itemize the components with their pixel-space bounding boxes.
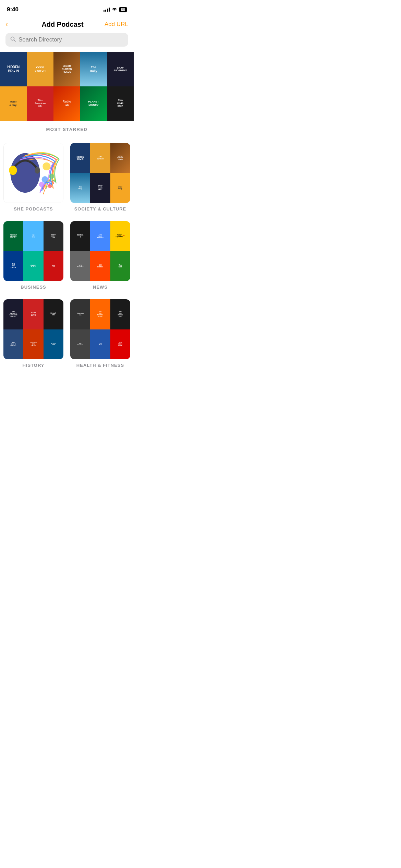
svg-line-1: [14, 40, 16, 42]
battery-indicator: 88: [119, 7, 127, 12]
category-society-culture[interactable]: HIDDENBR▲IN CODESWITCH LEVARBURTONREADS …: [67, 139, 134, 217]
society-culture-label: SOCIETY & CULTURE: [70, 206, 130, 214]
svg-point-4: [42, 162, 50, 170]
svg-point-8: [39, 182, 44, 187]
history-image: DANCARLIN'SHARDCOREHISTORY YOU'REWRONGAB…: [3, 299, 63, 359]
svg-point-10: [35, 167, 40, 173]
banner-cell-99invisible[interactable]: 99%INVISIBLE: [107, 86, 134, 121]
search-bar[interactable]: [5, 33, 128, 47]
banner-cell-snap[interactable]: SNAPJUDGMENT: [107, 52, 134, 86]
nav-header: ‹ Add Podcast Add URL: [0, 17, 134, 33]
svg-point-9: [9, 166, 17, 175]
banner-cell-radiolab[interactable]: Radiolab: [53, 86, 80, 121]
wifi-icon: [112, 7, 117, 12]
category-history[interactable]: DANCARLIN'SHARDCOREHISTORY YOU'REWRONGAB…: [0, 295, 67, 373]
search-input[interactable]: [19, 36, 123, 43]
most-starred-grid: HIDDENBR▲IN CODESWITCH LEVARBURTONREADS …: [0, 52, 134, 121]
health-image: HubermanLab THETIMFERRISSSHOW THEJOEROGA…: [70, 299, 130, 359]
banner-cell-code-switch[interactable]: CODESWITCH: [27, 52, 53, 86]
svg-point-7: [48, 184, 52, 188]
svg-point-5: [49, 173, 54, 179]
banner-cell-hidden-brain[interactable]: HIDDENBR▲IN: [0, 52, 27, 86]
status-time: 9:40: [7, 6, 19, 13]
category-health[interactable]: HubermanLab THETIMFERRISSSHOW THEJOEROGA…: [67, 295, 134, 373]
status-icons: 88: [104, 7, 127, 12]
news-label: NEWS: [70, 285, 130, 292]
page-title: Add Podcast: [41, 21, 83, 28]
history-label: HISTORY: [3, 363, 63, 371]
category-news[interactable]: SERIAL4 PODSAVEAMERICA TodayExplainedVox…: [67, 217, 134, 295]
back-button[interactable]: ‹: [5, 20, 21, 29]
signal-icon: [104, 8, 110, 12]
business-image: PLANETMONEY upfirst HOW IBUILTTHIS THEIN…: [3, 221, 63, 281]
business-label: BUSINESS: [3, 285, 63, 292]
banner-cell-whataday[interactable]: whata day.: [0, 86, 27, 121]
category-business[interactable]: PLANETMONEY upfirst HOW IBUILTTHIS THEIN…: [0, 217, 67, 295]
health-label: HEALTH & FITNESS: [70, 363, 130, 371]
banner-cell-american-life[interactable]: ThisAmericanLife: [27, 86, 53, 121]
she-podcasts-image: [3, 143, 63, 203]
category-grid: SHE PODCASTS HIDDENBR▲IN CODESWITCH LEVA…: [0, 139, 134, 373]
banner-cell-levar[interactable]: LEVARBURTONREADS: [53, 52, 80, 86]
svg-point-6: [42, 176, 48, 183]
add-url-button[interactable]: Add URL: [105, 21, 128, 28]
search-icon: [10, 36, 16, 43]
society-culture-image: HIDDENBR▲IN CODESWITCH LEVARBURTONREADS …: [70, 143, 130, 203]
news-image: SERIAL4 PODSAVEAMERICA TodayExplainedVox…: [70, 221, 130, 281]
category-she-podcasts[interactable]: SHE PODCASTS: [0, 139, 67, 217]
banner-cell-planet-money[interactable]: PLANETMONEY: [80, 86, 107, 121]
most-starred-label: MOST STARRED: [0, 121, 134, 139]
she-podcasts-label: SHE PODCASTS: [3, 206, 63, 214]
status-bar: 9:40 88: [0, 0, 134, 17]
banner-cell-daily[interactable]: TheDaily: [80, 52, 107, 86]
